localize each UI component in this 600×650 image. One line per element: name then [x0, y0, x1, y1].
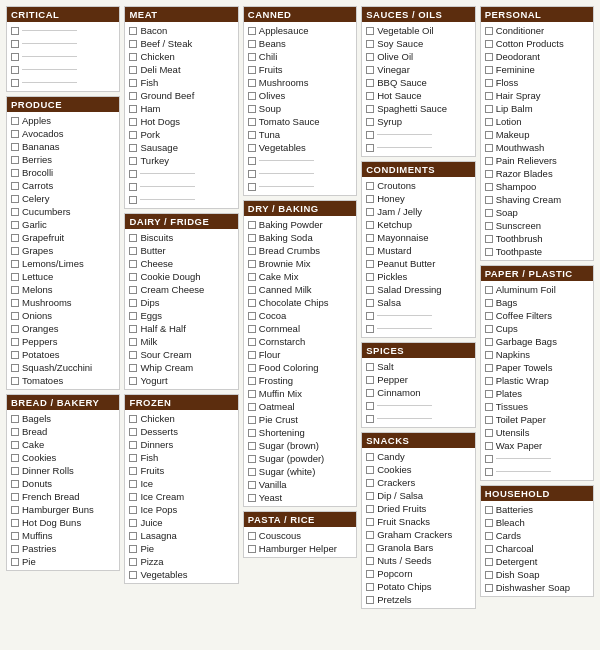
- checkbox-icon[interactable]: [129, 92, 137, 100]
- checkbox-icon[interactable]: [485, 40, 493, 48]
- checkbox-icon[interactable]: [485, 403, 493, 411]
- checkbox-icon[interactable]: [129, 79, 137, 87]
- checkbox-icon[interactable]: [129, 493, 137, 501]
- checkbox-icon[interactable]: [248, 92, 256, 100]
- checkbox-icon[interactable]: [248, 40, 256, 48]
- checkbox-icon[interactable]: [366, 518, 374, 526]
- checkbox-icon[interactable]: [11, 299, 19, 307]
- checkbox-icon[interactable]: [248, 118, 256, 126]
- checkbox-icon[interactable]: [129, 27, 137, 35]
- checkbox-icon[interactable]: [248, 455, 256, 463]
- checkbox-icon[interactable]: [11, 338, 19, 346]
- checkbox-icon[interactable]: [11, 377, 19, 385]
- checkbox-icon[interactable]: [248, 260, 256, 268]
- checkbox-icon[interactable]: [366, 453, 374, 461]
- checkbox-icon[interactable]: [485, 429, 493, 437]
- checkbox-icon[interactable]: [485, 79, 493, 87]
- checkbox-icon[interactable]: [366, 531, 374, 539]
- checkbox-icon[interactable]: [248, 157, 256, 165]
- checkbox-icon[interactable]: [129, 558, 137, 566]
- checkbox-icon[interactable]: [485, 53, 493, 61]
- checkbox-icon[interactable]: [129, 40, 137, 48]
- checkbox-icon[interactable]: [366, 376, 374, 384]
- checkbox-icon[interactable]: [366, 260, 374, 268]
- checkbox-icon[interactable]: [248, 170, 256, 178]
- checkbox-icon[interactable]: [485, 131, 493, 139]
- checkbox-icon[interactable]: [366, 247, 374, 255]
- checkbox-icon[interactable]: [11, 545, 19, 553]
- checkbox-icon[interactable]: [11, 234, 19, 242]
- checkbox-icon[interactable]: [248, 286, 256, 294]
- checkbox-icon[interactable]: [248, 481, 256, 489]
- checkbox-icon[interactable]: [11, 441, 19, 449]
- checkbox-icon[interactable]: [129, 519, 137, 527]
- checkbox-icon[interactable]: [129, 532, 137, 540]
- checkbox-icon[interactable]: [11, 130, 19, 138]
- checkbox-icon[interactable]: [485, 286, 493, 294]
- checkbox-icon[interactable]: [366, 105, 374, 113]
- checkbox-icon[interactable]: [129, 545, 137, 553]
- checkbox-icon[interactable]: [129, 364, 137, 372]
- checkbox-icon[interactable]: [248, 273, 256, 281]
- checkbox-icon[interactable]: [248, 377, 256, 385]
- checkbox-icon[interactable]: [129, 234, 137, 242]
- checkbox-icon[interactable]: [248, 442, 256, 450]
- checkbox-icon[interactable]: [485, 442, 493, 450]
- checkbox-icon[interactable]: [485, 299, 493, 307]
- checkbox-icon[interactable]: [129, 118, 137, 126]
- checkbox-icon[interactable]: [11, 506, 19, 514]
- checkbox-icon[interactable]: [11, 40, 19, 48]
- checkbox-icon[interactable]: [366, 286, 374, 294]
- checkbox-icon[interactable]: [248, 338, 256, 346]
- checkbox-icon[interactable]: [366, 182, 374, 190]
- checkbox-icon[interactable]: [366, 557, 374, 565]
- checkbox-icon[interactable]: [11, 325, 19, 333]
- checkbox-icon[interactable]: [485, 222, 493, 230]
- checkbox-icon[interactable]: [129, 351, 137, 359]
- checkbox-icon[interactable]: [366, 402, 374, 410]
- checkbox-icon[interactable]: [129, 196, 137, 204]
- checkbox-icon[interactable]: [11, 27, 19, 35]
- checkbox-icon[interactable]: [11, 454, 19, 462]
- checkbox-icon[interactable]: [129, 480, 137, 488]
- checkbox-icon[interactable]: [248, 312, 256, 320]
- checkbox-icon[interactable]: [11, 156, 19, 164]
- checkbox-icon[interactable]: [485, 506, 493, 514]
- checkbox-icon[interactable]: [11, 480, 19, 488]
- checkbox-icon[interactable]: [129, 441, 137, 449]
- checkbox-icon[interactable]: [248, 131, 256, 139]
- checkbox-icon[interactable]: [129, 157, 137, 165]
- checkbox-icon[interactable]: [366, 570, 374, 578]
- checkbox-icon[interactable]: [485, 209, 493, 217]
- checkbox-icon[interactable]: [366, 131, 374, 139]
- checkbox-icon[interactable]: [11, 182, 19, 190]
- checkbox-icon[interactable]: [485, 325, 493, 333]
- checkbox-icon[interactable]: [11, 532, 19, 540]
- checkbox-icon[interactable]: [11, 415, 19, 423]
- checkbox-icon[interactable]: [248, 234, 256, 242]
- checkbox-icon[interactable]: [129, 506, 137, 514]
- checkbox-icon[interactable]: [129, 415, 137, 423]
- checkbox-icon[interactable]: [11, 428, 19, 436]
- checkbox-icon[interactable]: [248, 545, 256, 553]
- checkbox-icon[interactable]: [129, 312, 137, 320]
- checkbox-icon[interactable]: [485, 183, 493, 191]
- checkbox-icon[interactable]: [366, 312, 374, 320]
- checkbox-icon[interactable]: [485, 558, 493, 566]
- checkbox-icon[interactable]: [366, 544, 374, 552]
- checkbox-icon[interactable]: [248, 403, 256, 411]
- checkbox-icon[interactable]: [248, 468, 256, 476]
- checkbox-icon[interactable]: [366, 363, 374, 371]
- checkbox-icon[interactable]: [248, 183, 256, 191]
- checkbox-icon[interactable]: [366, 27, 374, 35]
- checkbox-icon[interactable]: [366, 144, 374, 152]
- checkbox-icon[interactable]: [485, 351, 493, 359]
- checkbox-icon[interactable]: [366, 79, 374, 87]
- checkbox-icon[interactable]: [366, 53, 374, 61]
- checkbox-icon[interactable]: [366, 389, 374, 397]
- checkbox-icon[interactable]: [248, 390, 256, 398]
- checkbox-icon[interactable]: [485, 196, 493, 204]
- checkbox-icon[interactable]: [11, 519, 19, 527]
- checkbox-icon[interactable]: [248, 221, 256, 229]
- checkbox-icon[interactable]: [129, 338, 137, 346]
